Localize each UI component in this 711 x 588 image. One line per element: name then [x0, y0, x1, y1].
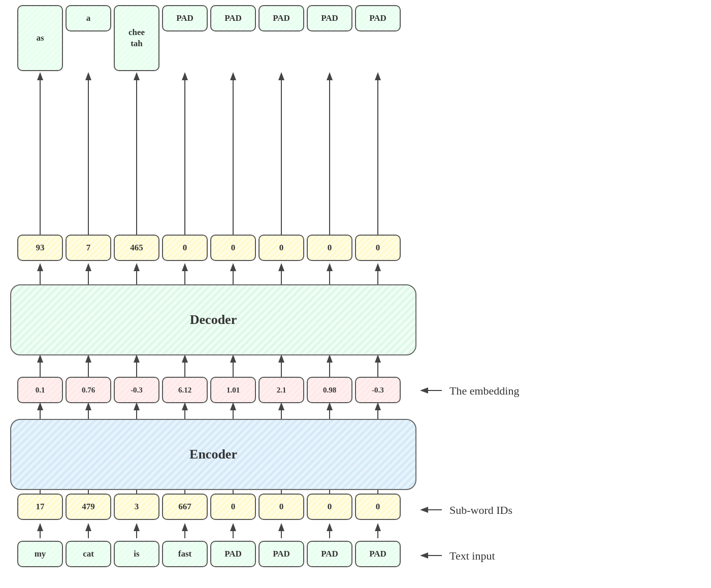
output-token-4: PAD: [210, 5, 256, 31]
output-token-1: a: [66, 5, 111, 31]
text-input-6: PAD: [307, 541, 352, 567]
text-input-7: PAD: [355, 541, 401, 567]
embedding-3: 6.12: [162, 377, 208, 403]
decoder-id-4: 0: [210, 235, 256, 261]
output-token-5: PAD: [258, 5, 304, 31]
text-input-1: cat: [66, 541, 111, 567]
embedding-5: 2.1: [258, 377, 304, 403]
text-input-0: my: [17, 541, 63, 567]
subword-id-6: 0: [307, 494, 352, 520]
embedding-7: -0.3: [355, 377, 401, 403]
decoder-id-2: 465: [114, 235, 159, 261]
decoder-id-6: 0: [307, 235, 352, 261]
text-input-3: fast: [162, 541, 208, 567]
embedding-2: -0.3: [114, 377, 159, 403]
decoder-id-0: 93: [17, 235, 63, 261]
embedding-4: 1.01: [210, 377, 256, 403]
output-token-2: cheetah: [114, 5, 159, 71]
output-token-3: PAD: [162, 5, 208, 31]
subword-ids-label: Sub-word IDs: [449, 504, 512, 517]
embedding-label: The embedding: [449, 384, 519, 398]
text-input-5: PAD: [258, 541, 304, 567]
decoder-id-1: 7: [66, 235, 111, 261]
decoder-id-3: 0: [162, 235, 208, 261]
subword-id-1: 479: [66, 494, 111, 520]
subword-id-0: 17: [17, 494, 63, 520]
embedding-0: 0.1: [17, 377, 63, 403]
subword-id-7: 0: [355, 494, 401, 520]
text-input-label: Text input: [449, 549, 495, 563]
subword-id-4: 0: [210, 494, 256, 520]
encoder-block: Encoder: [10, 419, 416, 490]
output-token-6: PAD: [307, 5, 352, 31]
text-input-4: PAD: [210, 541, 256, 567]
subword-id-5: 0: [258, 494, 304, 520]
decoder-id-5: 0: [258, 235, 304, 261]
diagram: as a cheetah PAD PAD PAD PAD PAD 93 7 46…: [0, 0, 711, 588]
decoder-id-7: 0: [355, 235, 401, 261]
embedding-6: 0.98: [307, 377, 352, 403]
embedding-1: 0.76: [66, 377, 111, 403]
text-input-2: is: [114, 541, 159, 567]
decoder-block: Decoder: [10, 284, 416, 355]
subword-id-2: 3: [114, 494, 159, 520]
subword-id-3: 667: [162, 494, 208, 520]
output-token-0: as: [17, 5, 63, 71]
output-token-7: PAD: [355, 5, 401, 31]
